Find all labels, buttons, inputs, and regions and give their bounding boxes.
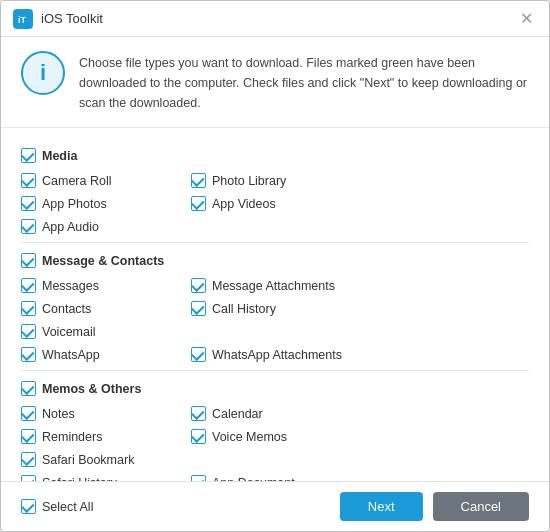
list-item[interactable]: WhatsApp Attachments bbox=[191, 345, 411, 364]
list-item[interactable]: Contacts bbox=[21, 299, 191, 318]
select-all-area[interactable]: Select All bbox=[21, 499, 93, 514]
message-grid: Messages Message Attachments Contacts Ca… bbox=[21, 276, 529, 364]
messages-checkbox[interactable] bbox=[21, 278, 36, 293]
safari-history-checkbox[interactable] bbox=[21, 475, 36, 481]
info-bar: i Choose file types you want to download… bbox=[1, 37, 549, 128]
section-header-message: Message & Contacts bbox=[21, 251, 529, 270]
main-window: iT iOS Toolkit ✕ i Choose file types you… bbox=[0, 0, 550, 532]
info-icon: i bbox=[21, 51, 65, 95]
app-document-checkbox[interactable] bbox=[191, 475, 206, 481]
list-item[interactable]: WhatsApp bbox=[21, 345, 191, 364]
list-item[interactable]: Notes bbox=[21, 404, 191, 423]
reminders-checkbox[interactable] bbox=[21, 429, 36, 444]
app-videos-checkbox[interactable] bbox=[191, 196, 206, 211]
whatsapp-attachments-label: WhatsApp Attachments bbox=[212, 348, 342, 362]
list-item[interactable]: Calendar bbox=[191, 404, 361, 423]
list-item[interactable]: App Document bbox=[191, 473, 411, 481]
app-videos-label: App Videos bbox=[212, 197, 276, 211]
message-attachments-checkbox[interactable] bbox=[191, 278, 206, 293]
reminders-label: Reminders bbox=[42, 430, 102, 444]
media-section-header-item[interactable]: Media bbox=[21, 146, 529, 165]
messages-label: Messages bbox=[42, 279, 99, 293]
section-header-media: Media bbox=[21, 146, 529, 165]
app-photos-label: App Photos bbox=[42, 197, 107, 211]
list-item[interactable]: App Videos bbox=[191, 194, 361, 213]
voicemail-checkbox[interactable] bbox=[21, 324, 36, 339]
titlebar: iT iOS Toolkit ✕ bbox=[1, 1, 549, 37]
info-text: Choose file types you want to download. … bbox=[79, 51, 529, 113]
message-attachments-label: Message Attachments bbox=[212, 279, 335, 293]
message-header-label: Message & Contacts bbox=[42, 254, 164, 268]
list-item[interactable]: Message Attachments bbox=[191, 276, 411, 295]
media-header-label: Media bbox=[42, 149, 77, 163]
list-item[interactable]: Camera Roll bbox=[21, 171, 191, 190]
memos-header-label: Memos & Others bbox=[42, 382, 141, 396]
camera-roll-checkbox[interactable] bbox=[21, 173, 36, 188]
svg-text:iT: iT bbox=[18, 15, 27, 25]
section-header-memos: Memos & Others bbox=[21, 379, 529, 398]
contacts-label: Contacts bbox=[42, 302, 91, 316]
app-audio-label: App Audio bbox=[42, 220, 99, 234]
content-area: Media Camera Roll Photo Library App Phot… bbox=[1, 128, 549, 481]
voice-memos-checkbox[interactable] bbox=[191, 429, 206, 444]
close-button[interactable]: ✕ bbox=[516, 9, 537, 29]
window-title: iOS Toolkit bbox=[41, 11, 103, 26]
memos-section-header-item[interactable]: Memos & Others bbox=[21, 379, 529, 398]
media-header-checkbox[interactable] bbox=[21, 148, 36, 163]
calendar-checkbox[interactable] bbox=[191, 406, 206, 421]
next-button[interactable]: Next bbox=[340, 492, 423, 521]
footer: Select All Next Cancel bbox=[1, 481, 549, 531]
list-item[interactable]: Safari History bbox=[21, 473, 191, 481]
app-photos-checkbox[interactable] bbox=[21, 196, 36, 211]
cancel-button[interactable]: Cancel bbox=[433, 492, 529, 521]
footer-buttons: Next Cancel bbox=[340, 492, 529, 521]
photo-library-checkbox[interactable] bbox=[191, 173, 206, 188]
media-grid: Camera Roll Photo Library App Photos App… bbox=[21, 171, 529, 236]
safari-bookmark-label: Safari Bookmark bbox=[42, 453, 134, 467]
divider-2 bbox=[21, 370, 529, 371]
calendar-label: Calendar bbox=[212, 407, 263, 421]
whatsapp-label: WhatsApp bbox=[42, 348, 100, 362]
select-all-checkbox[interactable] bbox=[21, 499, 36, 514]
titlebar-left: iT iOS Toolkit bbox=[13, 9, 103, 29]
list-item[interactable]: Voice Memos bbox=[191, 427, 361, 446]
contacts-checkbox[interactable] bbox=[21, 301, 36, 316]
select-all-label: Select All bbox=[42, 500, 93, 514]
app-audio-checkbox[interactable] bbox=[21, 219, 36, 234]
list-item[interactable]: Voicemail bbox=[21, 322, 241, 341]
notes-checkbox[interactable] bbox=[21, 406, 36, 421]
whatsapp-attachments-checkbox[interactable] bbox=[191, 347, 206, 362]
list-item[interactable]: Reminders bbox=[21, 427, 191, 446]
notes-label: Notes bbox=[42, 407, 75, 421]
list-item[interactable]: Call History bbox=[191, 299, 361, 318]
camera-roll-label: Camera Roll bbox=[42, 174, 111, 188]
list-item[interactable]: App Audio bbox=[21, 217, 191, 236]
photo-library-label: Photo Library bbox=[212, 174, 286, 188]
whatsapp-checkbox[interactable] bbox=[21, 347, 36, 362]
list-item[interactable]: Photo Library bbox=[191, 171, 361, 190]
list-item[interactable]: Safari Bookmark bbox=[21, 450, 241, 469]
list-item[interactable]: App Photos bbox=[21, 194, 191, 213]
list-item[interactable]: Messages bbox=[21, 276, 191, 295]
voice-memos-label: Voice Memos bbox=[212, 430, 287, 444]
message-section-header-item[interactable]: Message & Contacts bbox=[21, 251, 529, 270]
call-history-checkbox[interactable] bbox=[191, 301, 206, 316]
message-header-checkbox[interactable] bbox=[21, 253, 36, 268]
safari-bookmark-checkbox[interactable] bbox=[21, 452, 36, 467]
call-history-label: Call History bbox=[212, 302, 276, 316]
memos-header-checkbox[interactable] bbox=[21, 381, 36, 396]
divider-1 bbox=[21, 242, 529, 243]
app-icon: iT bbox=[13, 9, 33, 29]
memos-grid: Notes Calendar Reminders Voice Memos Saf… bbox=[21, 404, 529, 481]
voicemail-label: Voicemail bbox=[42, 325, 96, 339]
